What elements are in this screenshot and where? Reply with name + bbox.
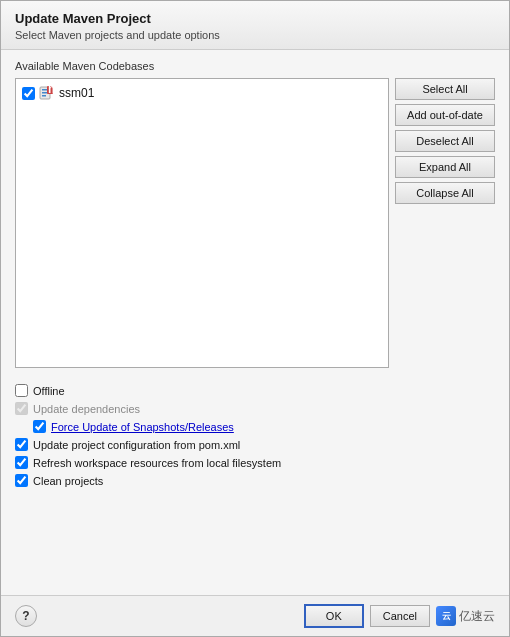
force-update-label: Force Update of Snapshots/Releases [51,421,234,433]
project-checkbox[interactable] [22,87,35,100]
add-out-of-date-button[interactable]: Add out-of-date [395,104,495,126]
update-config-checkbox[interactable] [15,438,28,451]
clean-projects-label: Clean projects [33,475,103,487]
select-all-button[interactable]: Select All [395,78,495,100]
options-section: Offline Update dependencies Force Update… [15,384,495,487]
button-column: Select All Add out-of-date Deselect All … [395,78,495,368]
watermark-text: 亿速云 [459,608,495,625]
update-config-label: Update project configuration from pom.xm… [33,439,240,451]
watermark: 云 亿速云 [436,606,495,626]
dialog-subtitle: Select Maven projects and update options [15,29,495,41]
dialog-footer: ? OK Cancel 云 亿速云 [1,595,509,636]
codebase-list[interactable]: m ssm01 [15,78,389,368]
option-update-deps: Update dependencies [15,402,495,415]
list-item[interactable]: m ssm01 [20,83,384,103]
project-icon: m [39,85,55,101]
svg-text:m: m [48,85,55,96]
cancel-button[interactable]: Cancel [370,605,430,627]
update-maven-dialog: Update Maven Project Select Maven projec… [0,0,510,637]
dialog-body: Available Maven Codebases m [1,50,509,595]
clean-projects-checkbox[interactable] [15,474,28,487]
codebase-area: m ssm01 Select All Add out-of-date Desel… [15,78,495,368]
refresh-workspace-label: Refresh workspace resources from local f… [33,457,281,469]
offline-checkbox[interactable] [15,384,28,397]
option-force-update: Force Update of Snapshots/Releases [33,420,495,433]
option-offline: Offline [15,384,495,397]
collapse-all-button[interactable]: Collapse All [395,182,495,204]
dialog-title: Update Maven Project [15,11,495,26]
offline-label: Offline [33,385,65,397]
project-label: ssm01 [59,86,94,100]
footer-right: OK Cancel 云 亿速云 [304,604,495,628]
option-update-config: Update project configuration from pom.xm… [15,438,495,451]
watermark-icon: 云 [436,606,456,626]
footer-left: ? [15,605,37,627]
svg-rect-3 [42,95,46,97]
option-clean-projects: Clean projects [15,474,495,487]
deselect-all-button[interactable]: Deselect All [395,130,495,152]
help-button[interactable]: ? [15,605,37,627]
force-update-checkbox[interactable] [33,420,46,433]
section-label: Available Maven Codebases [15,60,495,72]
option-refresh-workspace: Refresh workspace resources from local f… [15,456,495,469]
dialog-header: Update Maven Project Select Maven projec… [1,1,509,50]
refresh-workspace-checkbox[interactable] [15,456,28,469]
update-deps-checkbox[interactable] [15,402,28,415]
update-deps-label: Update dependencies [33,403,140,415]
expand-all-button[interactable]: Expand All [395,156,495,178]
ok-button[interactable]: OK [304,604,364,628]
